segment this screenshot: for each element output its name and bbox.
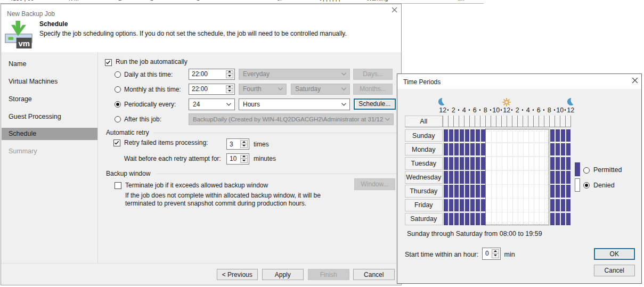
svg-text:vm: vm xyxy=(18,39,30,48)
